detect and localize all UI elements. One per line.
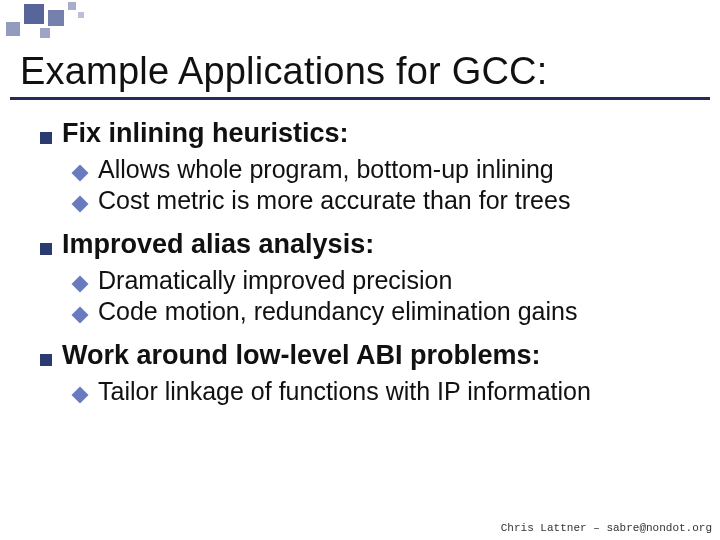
diamond-bullet-icon bbox=[72, 165, 89, 182]
item-text: Cost metric is more accurate than for tr… bbox=[98, 186, 570, 215]
square-bullet-icon bbox=[40, 243, 52, 255]
bullet-level2: Dramatically improved precision bbox=[74, 266, 700, 295]
item-text: Dramatically improved precision bbox=[98, 266, 452, 295]
corner-decoration bbox=[0, 0, 140, 40]
diamond-bullet-icon bbox=[72, 387, 89, 404]
item-text: Code motion, redundancy elimination gain… bbox=[98, 297, 577, 326]
title-divider bbox=[10, 97, 710, 100]
bullet-level2: Cost metric is more accurate than for tr… bbox=[74, 186, 700, 215]
item-text: Allows whole program, bottom-up inlining bbox=[98, 155, 554, 184]
slide-title: Example Applications for GCC: bbox=[20, 50, 700, 93]
square-bullet-icon bbox=[40, 132, 52, 144]
slide-content: Fix inlining heuristics: Allows whole pr… bbox=[40, 118, 700, 406]
diamond-bullet-icon bbox=[72, 276, 89, 293]
heading-text: Improved alias analysis: bbox=[62, 229, 374, 260]
bullet-level2: Tailor linkage of functions with IP info… bbox=[74, 377, 700, 406]
diamond-bullet-icon bbox=[72, 196, 89, 213]
square-bullet-icon bbox=[40, 354, 52, 366]
diamond-bullet-icon bbox=[72, 307, 89, 324]
footer-credit: Chris Lattner – sabre@nondot.org bbox=[501, 522, 712, 534]
heading-text: Fix inlining heuristics: bbox=[62, 118, 349, 149]
heading-text: Work around low-level ABI problems: bbox=[62, 340, 541, 371]
bullet-level1: Work around low-level ABI problems: bbox=[40, 340, 700, 371]
bullet-level1: Fix inlining heuristics: bbox=[40, 118, 700, 149]
item-text: Tailor linkage of functions with IP info… bbox=[98, 377, 591, 406]
bullet-level2: Allows whole program, bottom-up inlining bbox=[74, 155, 700, 184]
bullet-level2: Code motion, redundancy elimination gain… bbox=[74, 297, 700, 326]
bullet-level1: Improved alias analysis: bbox=[40, 229, 700, 260]
